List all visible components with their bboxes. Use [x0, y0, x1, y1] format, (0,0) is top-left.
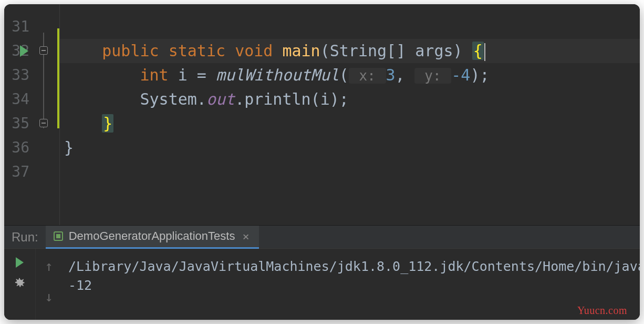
arrow-up-icon[interactable]: ↑ — [45, 258, 53, 274]
console-line: -12 — [68, 276, 633, 295]
watermark: Yuucn.com — [577, 305, 627, 317]
text: ) — [453, 42, 472, 60]
console-output[interactable]: /Library/Java/JavaVirtualMachines/jdk1.8… — [62, 249, 640, 320]
field-ref: out — [206, 90, 235, 108]
param: args — [415, 42, 453, 60]
method-call: mulWithoutMul — [216, 66, 339, 84]
keyword: static — [169, 42, 225, 60]
icon-gutter — [34, 4, 60, 225]
fold-toggle-icon[interactable] — [39, 119, 48, 127]
brace-match: } — [102, 114, 113, 133]
run-body: ↑ ↓ /Library/Java/JavaVirtualMachines/jd… — [4, 249, 640, 320]
editor-area[interactable]: 31 32 33 34 35 36 37 pu — [4, 4, 640, 225]
console-nav: ↑ ↓ — [36, 249, 62, 320]
line-number: 31 — [4, 15, 34, 39]
arrow-down-icon[interactable]: ↓ — [45, 289, 53, 305]
code-line: } — [60, 112, 640, 136]
line-number: 34 — [4, 87, 34, 112]
svg-rect-1 — [56, 234, 60, 238]
inlay-hint: y: — [414, 68, 452, 84]
text: .println(i); — [235, 90, 349, 108]
code-area[interactable]: public static void main(String[] args) {… — [60, 4, 640, 225]
text: ); — [470, 66, 489, 84]
line-number: 36 — [4, 136, 34, 160]
keyword: public — [102, 42, 159, 60]
run-header: Run: DemoGeneratorApplicationTests × — [4, 226, 640, 249]
rerun-icon[interactable] — [16, 257, 24, 268]
code-line: int i = mulWithoutMul( x: 3, y: -4); — [60, 63, 640, 87]
text: } — [64, 138, 74, 157]
code-line — [60, 15, 640, 39]
text: ( — [320, 42, 330, 60]
code-line: } — [60, 136, 640, 160]
run-toolbar — [4, 249, 36, 320]
code-line: System.out.println(i); — [60, 87, 640, 112]
line-number: 32 — [4, 39, 34, 63]
class-ref: System. — [140, 90, 206, 108]
line-number: 37 — [4, 160, 34, 184]
line-number-gutter: 31 32 33 34 35 36 37 — [4, 4, 34, 225]
code-line — [60, 160, 640, 184]
brace-match: { — [472, 42, 484, 60]
type: String[] — [330, 42, 416, 60]
text: ( — [339, 66, 349, 84]
settings-icon[interactable] — [15, 277, 25, 290]
run-config-icon — [53, 231, 64, 241]
keyword: int — [140, 66, 169, 84]
keyword: void — [235, 42, 273, 60]
text: , — [396, 66, 414, 84]
line-number: 35 — [4, 112, 34, 136]
close-icon[interactable]: × — [240, 230, 251, 243]
code-line: public static void main(String[] args) { — [60, 39, 640, 63]
number-literal: -4 — [451, 66, 470, 84]
ide-window: 31 32 33 34 35 36 37 pu — [4, 4, 640, 320]
caret — [484, 43, 485, 61]
inlay-hint: x: — [349, 68, 386, 84]
run-tab-title: DemoGeneratorApplicationTests — [69, 229, 235, 243]
run-gutter-icon[interactable] — [20, 45, 28, 57]
number-literal: 3 — [386, 66, 396, 84]
text: i = — [169, 66, 216, 84]
method-name: main — [282, 42, 320, 60]
console-line: /Library/Java/JavaVirtualMachines/jdk1.8… — [68, 257, 633, 276]
line-number: 33 — [4, 63, 34, 87]
fold-toggle-icon[interactable] — [39, 46, 48, 55]
run-tool-window: Run: DemoGeneratorApplicationTests × ↑ ↓… — [4, 225, 640, 320]
run-tab[interactable]: DemoGeneratorApplicationTests × — [46, 226, 259, 249]
run-panel-label: Run: — [4, 230, 46, 245]
